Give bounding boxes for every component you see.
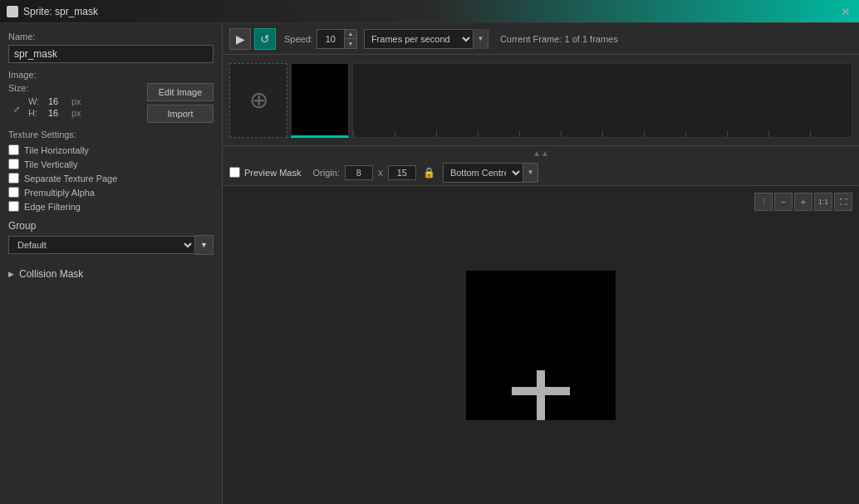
preview-mask-row: Preview Mask	[229, 167, 301, 178]
collapse-icon: ▲▲	[533, 149, 549, 158]
sprite-preview	[466, 271, 616, 420]
collision-mask-arrow: ▶	[8, 270, 14, 278]
size-label: Size:	[8, 83, 81, 93]
separate-texture-checkbox[interactable]	[8, 173, 19, 183]
left-panel: Name: Image: Size: ⤢ W: 16 px	[0, 23, 223, 504]
image-section: Image: Size: ⤢ W: 16 px H:	[8, 70, 214, 123]
resize-icon: ⤢	[8, 100, 25, 117]
name-label: Name:	[8, 32, 214, 42]
speed-input-group: ▲ ▼	[317, 29, 357, 49]
collision-mask-row[interactable]: ▶ Collision Mask	[8, 263, 214, 285]
svg-rect-1	[512, 387, 570, 395]
speed-up-button[interactable]: ▲	[345, 30, 356, 39]
height-label: H:	[28, 108, 48, 118]
zoom-reset-button[interactable]: 1:1	[814, 193, 832, 211]
size-fields: W: 16 px H: 16 px	[28, 96, 81, 120]
frame-thumbnail[interactable]	[291, 63, 349, 138]
group-section: Group Default ▼	[8, 220, 214, 255]
group-select[interactable]: Default	[8, 236, 195, 254]
edge-filtering-label: Edge Filtering	[24, 202, 81, 212]
lock-button[interactable]: 🔒	[421, 164, 438, 181]
origin-preset-select[interactable]: Top Left Top Centre Top Right Middle Lef…	[444, 165, 523, 180]
origin-preset-button[interactable]: ▼	[523, 164, 537, 182]
width-label: W:	[28, 96, 48, 106]
speed-input[interactable]	[317, 34, 344, 44]
edit-import-buttons: Edit Image Import	[147, 83, 214, 123]
origin-preset-group: Top Left Top Centre Top Right Middle Lef…	[443, 163, 538, 183]
origin-bar: Preview Mask Origin: x 🔒 Top Left Top Ce…	[223, 159, 859, 186]
zoom-controls: ⋮ − + 1:1 ⛶	[754, 193, 852, 211]
sprite-icon	[7, 6, 18, 17]
right-panel: ▶ ↺ Speed: ▲ ▼ Frames per second Frames …	[223, 23, 859, 504]
fps-dropdown-button[interactable]: ▼	[473, 29, 488, 49]
fps-select-group: Frames per second Frames per game frame …	[364, 29, 488, 49]
tile-vertically-row: Tile Vertically	[8, 159, 214, 169]
edge-filtering-checkbox[interactable]	[8, 201, 19, 212]
origin-separator: x	[378, 167, 383, 179]
texture-settings-label: Texture Settings:	[8, 130, 214, 139]
premultiply-label: Premultiply Alpha	[24, 188, 95, 198]
tile-horizontally-row: Tile Horizontally	[8, 144, 214, 155]
title-bar: Sprite: spr_mask ✕	[0, 0, 859, 23]
size-row: Size: ⤢ W: 16 px H: 16	[8, 83, 214, 123]
play-icon: ▶	[236, 32, 245, 46]
origin-label: Origin:	[312, 168, 339, 178]
preview-mask-label: Preview Mask	[244, 168, 301, 178]
add-frame-icon: ⊕	[249, 86, 268, 114]
svg-rect-2	[537, 412, 545, 420]
close-button[interactable]: ✕	[839, 5, 852, 18]
zoom-in-icon: +	[801, 197, 806, 207]
speed-spinners: ▲ ▼	[344, 30, 356, 48]
lock-icon: 🔒	[423, 167, 435, 179]
height-unit: px	[71, 108, 81, 118]
fps-select[interactable]: Frames per second Frames per game frame	[365, 33, 473, 45]
separate-texture-row: Separate Texture Page	[8, 173, 214, 183]
collapse-row[interactable]: ▲▲	[223, 146, 859, 159]
group-dropdown: Default ▼	[8, 235, 214, 255]
group-dropdown-button[interactable]: ▼	[195, 235, 214, 255]
play-button[interactable]: ▶	[229, 28, 251, 50]
width-row: W: 16 px	[28, 96, 81, 106]
premultiply-checkbox[interactable]	[8, 187, 19, 198]
origin-x-input[interactable]	[345, 165, 373, 180]
premultiply-row: Premultiply Alpha	[8, 187, 214, 198]
zoom-out-icon: −	[781, 197, 786, 207]
edge-filtering-row: Edge Filtering	[8, 201, 214, 212]
add-frame-button[interactable]: ⊕	[229, 63, 287, 138]
edit-image-button[interactable]: Edit Image	[147, 83, 214, 101]
window-title: Sprite: spr_mask	[23, 6, 98, 17]
width-unit: px	[71, 96, 81, 106]
collision-mask-label: Collision Mask	[19, 268, 83, 280]
loop-icon: ↺	[260, 32, 270, 46]
tile-horizontally-checkbox[interactable]	[8, 144, 19, 155]
canvas-area[interactable]: ⋮ − + 1:1 ⛶	[223, 186, 859, 504]
zoom-out-button[interactable]: −	[774, 193, 793, 211]
height-row: H: 16 px	[28, 108, 81, 118]
zoom-in-button[interactable]: +	[794, 193, 812, 211]
width-value: 16	[48, 96, 71, 106]
group-label: Group	[8, 220, 214, 232]
separate-texture-label: Separate Texture Page	[24, 174, 117, 183]
import-button[interactable]: Import	[147, 105, 214, 123]
height-value: 16	[48, 108, 71, 118]
name-input[interactable]	[8, 45, 214, 63]
speed-down-button[interactable]: ▼	[345, 39, 356, 48]
loop-button[interactable]: ↺	[254, 28, 276, 50]
zoom-menu-button[interactable]: ⋮	[754, 193, 773, 211]
animation-toolbar: ▶ ↺ Speed: ▲ ▼ Frames per second Frames …	[223, 23, 859, 55]
preview-mask-checkbox[interactable]	[229, 167, 240, 178]
timeline-bar[interactable]	[352, 63, 852, 138]
zoom-fit-button[interactable]: ⛶	[834, 193, 852, 211]
tile-vertically-label: Tile Vertically	[24, 159, 77, 169]
current-frame-label: Current Frame: 1 of 1 frames	[500, 34, 618, 44]
tile-horizontally-label: Tile Horizontally	[24, 145, 89, 155]
image-label: Image:	[8, 70, 214, 80]
tile-vertically-checkbox[interactable]	[8, 159, 19, 169]
origin-y-input[interactable]	[388, 165, 416, 180]
speed-label: Speed:	[284, 34, 313, 44]
frame-strip: ⊕	[223, 55, 859, 146]
crosshair-svg	[466, 271, 616, 420]
main-container: Name: Image: Size: ⤢ W: 16 px	[0, 23, 859, 504]
